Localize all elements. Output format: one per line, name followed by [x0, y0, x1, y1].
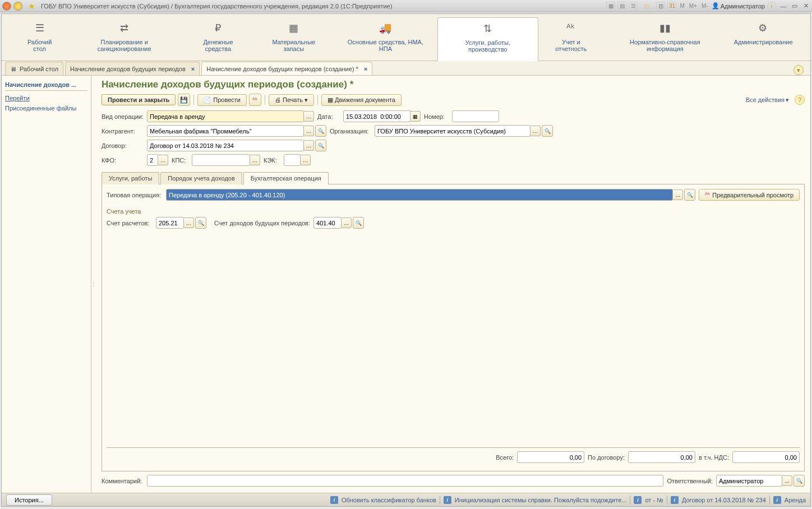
resp-search[interactable]: 🔍: [793, 475, 805, 487]
calc-search[interactable]: 🔍: [195, 217, 206, 229]
star-icon[interactable]: ☆: [643, 2, 650, 11]
subtab-services[interactable]: Услуги, работы: [101, 172, 159, 184]
info-icon-4: i: [671, 496, 679, 504]
nav-materials[interactable]: ▦Материальные запасы: [254, 17, 334, 61]
movements-button[interactable]: ▦ Движения документа: [321, 94, 402, 106]
print-button[interactable]: 🖨 Печать ▾: [269, 94, 314, 106]
post-and-close-button[interactable]: Провести и закрыть: [101, 94, 176, 105]
tb-icon-3[interactable]: ☰: [629, 2, 638, 11]
subtab-order[interactable]: Порядок учета доходов: [160, 172, 242, 184]
tab-income-create[interactable]: Начисление доходов будущих периодов (соз…: [201, 62, 372, 75]
contract-search[interactable]: 🔍: [315, 140, 326, 151]
nav-admin-label: Администрирование: [734, 39, 793, 45]
resp-dots[interactable]: …: [782, 475, 792, 486]
date-cal[interactable]: ▦: [410, 111, 421, 122]
window-control-2[interactable]: [13, 2, 22, 11]
tb-icon-1[interactable]: ▦: [606, 2, 615, 11]
contract-dots[interactable]: …: [304, 140, 314, 151]
sidebar-files[interactable]: Присоединенные файлы: [5, 103, 87, 113]
gear-icon: ⚙: [734, 22, 791, 34]
memory-mplus[interactable]: M+: [689, 3, 697, 9]
contractor-search[interactable]: 🔍: [315, 125, 326, 137]
org-input[interactable]: [375, 125, 530, 137]
operation-input[interactable]: [147, 110, 304, 122]
nav-services[interactable]: ⇅Услуги, работы, производство: [437, 17, 538, 61]
kfo-dots[interactable]: …: [158, 155, 168, 165]
tab-income-label: Начисление доходов будущих периодов: [70, 66, 186, 72]
nav-accounting[interactable]: ᴬᵏУчет и отчетность: [538, 17, 604, 61]
from-no-link[interactable]: от - №: [645, 497, 663, 503]
kek-input[interactable]: [284, 154, 301, 166]
rent-link[interactable]: Аренда: [785, 497, 806, 503]
contractor-dots[interactable]: …: [304, 126, 314, 136]
total-value: [517, 451, 584, 463]
sidebar: Начисление доходов ... Перейти Присоедин…: [2, 76, 91, 493]
post-button[interactable]: 📄 Провести: [197, 94, 247, 106]
comment-input[interactable]: [147, 475, 663, 487]
memory-mminus[interactable]: M-: [702, 3, 708, 9]
date-input[interactable]: [343, 110, 410, 122]
memory-m[interactable]: M: [680, 3, 684, 9]
splitter[interactable]: ⋮: [91, 76, 96, 493]
typical-label: Типовая операция:: [107, 192, 163, 198]
contract-total-value: [628, 451, 695, 463]
help-icon[interactable]: ?: [795, 95, 805, 105]
info-icon[interactable]: i: [767, 2, 776, 11]
tab-close-1[interactable]: ×: [191, 66, 195, 72]
tab-dropdown[interactable]: ▾: [793, 65, 804, 75]
window-control-1[interactable]: [2, 2, 11, 11]
sidebar-goto[interactable]: Перейти: [5, 93, 87, 103]
close-icon[interactable]: ✕: [802, 2, 810, 10]
calc-account-input[interactable]: [156, 217, 184, 229]
preview-button[interactable]: ᴬᵏ Предварительный просмотр: [699, 189, 800, 201]
update-banks-link[interactable]: Обновить классификатор банков: [342, 497, 436, 503]
contractor-input[interactable]: [147, 125, 304, 137]
nav-reference[interactable]: ▮▮Нормативно-справочная информация: [604, 17, 726, 61]
contract-input[interactable]: [147, 140, 304, 151]
future-dots[interactable]: …: [342, 218, 352, 228]
tab-close-2[interactable]: ×: [364, 66, 367, 72]
money-icon: ₽: [190, 22, 246, 34]
operation-dots[interactable]: …: [304, 111, 314, 122]
save-icon-button[interactable]: 💾: [178, 94, 190, 106]
org-dots[interactable]: …: [530, 126, 541, 136]
nav-assets[interactable]: 🚚Основные средства, НМА, НПА: [334, 17, 437, 61]
kfo-input[interactable]: [147, 154, 158, 166]
current-user[interactable]: 👤 Администратор: [712, 2, 765, 10]
typical-dots[interactable]: …: [673, 189, 683, 200]
subtab-content: Типовая операция: …🔍 ᴬᵏ Предварительный …: [101, 184, 805, 471]
responsible-label: Ответственный:: [667, 478, 713, 484]
nav-money[interactable]: ₽Денежные средства: [182, 17, 254, 61]
calc-dots[interactable]: …: [184, 218, 194, 228]
favorite-icon[interactable]: ★: [28, 2, 35, 11]
nav-admin[interactable]: ⚙Администрирование: [726, 17, 799, 61]
number-input[interactable]: [452, 110, 499, 122]
tb-icon-4[interactable]: ▥: [656, 2, 665, 11]
subtab-accounting[interactable]: Бухгалтерская операция: [243, 172, 329, 184]
future-search[interactable]: 🔍: [353, 217, 364, 229]
kps-input[interactable]: [192, 154, 250, 166]
planning-icon: ⇄: [74, 22, 174, 34]
contract-status-link[interactable]: Договор от 14.03.2018 № 234: [682, 497, 766, 503]
accounting-icon: ᴬᵏ: [546, 22, 596, 34]
tb-icon-2[interactable]: ▤: [617, 2, 626, 11]
calendar-icon[interactable]: 31: [667, 2, 676, 11]
nav-assets-label: Основные средства, НМА, НПА: [348, 39, 423, 52]
nav-reference-label: Нормативно-справочная информация: [630, 39, 700, 52]
maximize-icon[interactable]: ▭: [791, 2, 799, 10]
org-search[interactable]: 🔍: [542, 125, 553, 137]
responsible-input[interactable]: [716, 475, 782, 487]
typical-search[interactable]: 🔍: [684, 189, 695, 201]
history-button[interactable]: История...: [6, 494, 52, 506]
all-actions-link[interactable]: Все действия ▾: [746, 96, 789, 104]
nav-planning[interactable]: ⇄Планирование и санкционирование: [66, 17, 182, 61]
tab-desktop[interactable]: 🖥Рабочий стол: [5, 62, 63, 75]
dtkt-icon-button[interactable]: ᴬᵏ: [249, 94, 261, 106]
nav-desktop[interactable]: ☰Рабочий стол: [13, 17, 66, 61]
kps-dots[interactable]: …: [250, 155, 260, 165]
tab-income-list[interactable]: Начисление доходов будущих периодов×: [65, 62, 200, 75]
future-account-input[interactable]: [313, 217, 342, 229]
minimize-icon[interactable]: —: [779, 2, 787, 10]
typical-input[interactable]: [166, 189, 673, 201]
kek-dots[interactable]: …: [301, 155, 311, 165]
